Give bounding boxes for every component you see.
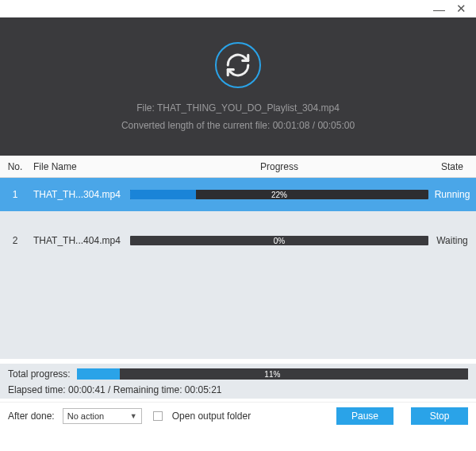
col-header-state: State [428,161,476,172]
col-header-progress: Progress [130,161,428,172]
current-file-label: File: THAT_THING_YOU_DO_Playlist_304.mp4 [136,102,340,114]
conversion-header: File: THAT_THING_YOU_DO_Playlist_304.mp4… [0,17,476,156]
stop-button[interactable]: Stop [411,407,468,425]
after-done-label: After done: [8,411,55,422]
row-progress: 22% [130,190,428,199]
converted-length-label: Converted length of the current file: 00… [121,120,355,131]
file-table: 1 THAT_TH...304.mp4 22% Running 2 THAT_T… [0,178,476,359]
row-state: Running [428,189,476,200]
open-folder-checkbox[interactable] [153,411,163,421]
row-state: Waiting [428,235,476,246]
time-info: Elapsed time: 00:00:41 / Remaining time:… [8,384,468,395]
pause-button[interactable]: Pause [336,407,393,425]
row-filename: THAT_TH...304.mp4 [30,189,130,200]
table-row[interactable]: 2 THAT_TH...404.mp4 0% Waiting [0,224,476,257]
progress-bar: 0% [130,236,428,245]
row-progress: 0% [130,236,428,245]
minimize-icon[interactable]: — [433,2,445,16]
row-no: 1 [0,189,30,200]
row-no: 2 [0,235,30,246]
open-folder-label: Open output folder [172,411,251,422]
total-progress-block: Total progress: 11% Elapsed time: 00:00:… [0,364,476,399]
progress-bar: 22% [130,190,428,199]
total-progress-bar: 11% [77,368,468,380]
table-row[interactable]: 1 THAT_TH...304.mp4 22% Running [0,178,476,211]
col-header-filename: File Name [30,161,130,172]
row-filename: THAT_TH...404.mp4 [30,235,130,246]
total-progress-label: Total progress: [8,368,71,380]
after-done-dropdown[interactable]: No action ▼ [63,408,142,424]
sync-icon [215,42,261,88]
chevron-down-icon: ▼ [130,412,137,420]
table-header: No. File Name Progress State [0,156,476,178]
titlebar: — ✕ [0,0,476,17]
footer-bar: After done: No action ▼ Open output fold… [0,402,476,429]
col-header-no: No. [0,161,30,172]
close-icon[interactable]: ✕ [456,2,466,16]
